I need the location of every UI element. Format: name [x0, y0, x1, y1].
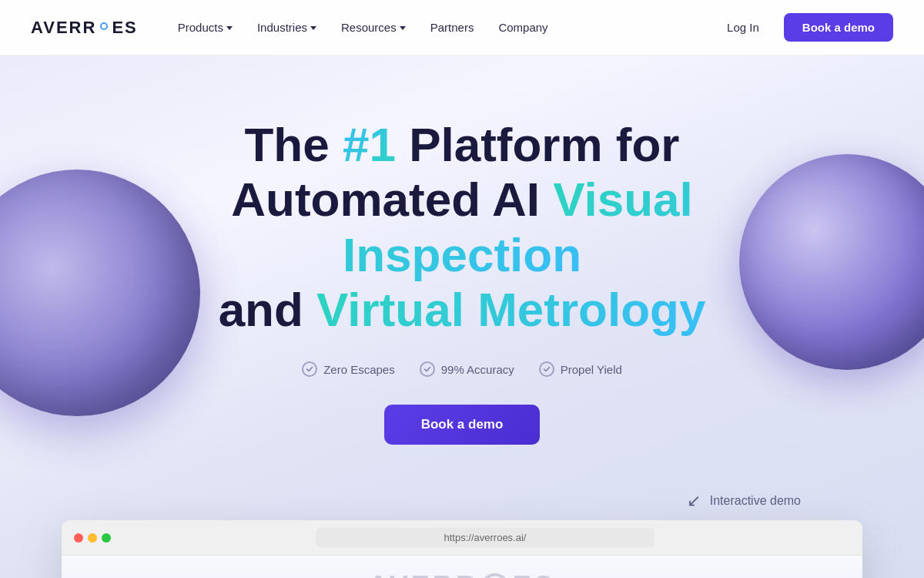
login-button[interactable]: Log In	[715, 15, 772, 40]
check-icon-zero-escapes	[302, 361, 317, 377]
navbar: AVERR ES Products Industries Resources P…	[0, 0, 924, 55]
logo-dot-icon	[100, 22, 108, 30]
hero-title-line2-pre: Automated AI	[231, 173, 553, 226]
browser-maximize-dot[interactable]	[102, 533, 111, 543]
hero-title-line3-pre: and	[219, 283, 316, 336]
logo[interactable]: AVERR ES	[31, 18, 138, 38]
nav-right: Log In Book a demo	[715, 13, 893, 42]
badge-yield: Propel Yield	[539, 361, 622, 377]
chevron-down-icon	[226, 26, 233, 30]
book-demo-hero-button[interactable]: Book a demo	[384, 405, 541, 445]
browser-logo-placeholder: AVERR◯ES	[368, 570, 555, 578]
browser-traffic-lights	[74, 533, 111, 543]
nav-resources-label: Resources	[341, 21, 397, 34]
interactive-demo-label: ↙ Interactive demo	[687, 491, 801, 511]
browser-toolbar: https://averroes.ai/	[62, 520, 862, 556]
browser-close-dot[interactable]	[74, 533, 83, 543]
nav-links: Products Industries Resources Partners C…	[169, 15, 557, 40]
hero-title-hash: #1	[343, 118, 396, 171]
badge-zero-escapes-label: Zero Escapes	[323, 363, 395, 376]
hero-title-pre: The	[244, 118, 342, 171]
badge-zero-escapes: Zero Escapes	[302, 361, 395, 377]
nav-item-industries[interactable]: Industries	[248, 15, 326, 40]
interactive-demo-text: Interactive demo	[710, 494, 801, 508]
hero-title-line3: and Virtual Metrology	[219, 283, 706, 336]
badge-yield-label: Propel Yield	[561, 363, 622, 376]
nav-item-company[interactable]: Company	[489, 15, 557, 40]
browser-minimize-dot[interactable]	[88, 533, 97, 543]
hero-title-line1: The #1 Platform for	[244, 118, 679, 171]
chevron-down-icon	[400, 26, 406, 30]
arrow-curved-icon: ↙	[687, 491, 701, 511]
hero-title-line2: Automated AI Visual Inspection	[231, 173, 692, 281]
browser-mockup: https://averroes.ai/ AVERR◯ES	[62, 520, 862, 578]
badge-accuracy-label: 99% Accuracy	[441, 363, 514, 376]
nav-item-products[interactable]: Products	[169, 15, 242, 40]
browser-content: AVERR◯ES	[62, 556, 862, 578]
hero-title-post: Platform for	[396, 118, 680, 171]
nav-products-label: Products	[178, 21, 223, 34]
badge-accuracy: 99% Accuracy	[420, 361, 514, 377]
logo-text-end: ES	[112, 18, 137, 38]
nav-partners-label: Partners	[430, 21, 474, 34]
hero-section: The #1 Platform for Automated AI Visual …	[0, 55, 924, 578]
nav-item-partners[interactable]: Partners	[421, 15, 484, 40]
nav-left: AVERR ES Products Industries Resources P…	[31, 15, 557, 40]
hero-title-virtual-metrology: Virtual Metrology	[316, 283, 705, 336]
book-demo-nav-button[interactable]: Book a demo	[784, 13, 893, 42]
nav-industries-label: Industries	[257, 21, 307, 34]
logo-text: AVERR	[31, 18, 96, 38]
check-icon-accuracy	[420, 361, 435, 377]
nav-item-resources[interactable]: Resources	[332, 15, 415, 40]
check-icon-yield	[539, 361, 554, 377]
demo-area: ↙ Interactive demo https://averroes.ai/ …	[0, 491, 924, 578]
browser-url-bar[interactable]: https://averroes.ai/	[316, 528, 654, 547]
nav-company-label: Company	[498, 21, 547, 34]
chevron-down-icon	[310, 26, 316, 30]
hero-badges: Zero Escapes 99% Accuracy Propel Yield	[302, 361, 622, 377]
hero-title: The #1 Platform for Automated AI Visual …	[116, 117, 808, 337]
